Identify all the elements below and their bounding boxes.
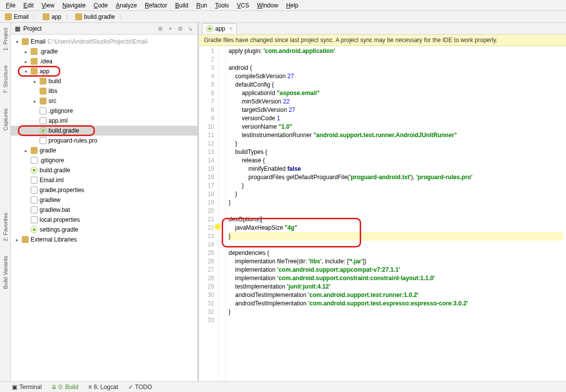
tree-item-app-iml[interactable]: app.iml: [11, 116, 197, 126]
tree-item-build[interactable]: ▸build: [11, 76, 197, 86]
tool-build[interactable]: ⇊ 0: Build: [51, 384, 78, 391]
folder-icon: [40, 88, 47, 95]
bottom-toolbar: ▣ Terminal ⇊ 0: Build ≡ 6: Logcat ✓ TODO: [0, 381, 566, 392]
expand-arrow-icon[interactable]: ▸: [23, 49, 29, 54]
file-icon: [31, 187, 38, 194]
menu-run[interactable]: Run: [192, 1, 211, 9]
tool-favorites[interactable]: 2: Favorites: [2, 213, 8, 241]
menu-code[interactable]: Code: [90, 1, 112, 9]
tree-item--gitignore[interactable]: .gitignore: [11, 106, 197, 116]
tree-item-settings-gradle[interactable]: settings.gradle: [11, 225, 197, 235]
file-icon: [40, 107, 47, 114]
menu-file[interactable]: File: [2, 1, 19, 9]
hide-icon[interactable]: ↘: [187, 25, 193, 32]
tree-label: .gitignore: [40, 157, 64, 164]
menu-vcs[interactable]: VCS: [233, 1, 253, 9]
breadcrumb-app[interactable]: app: [40, 13, 64, 20]
tool-todo[interactable]: ✓ TODO: [128, 384, 152, 391]
folder-icon: [31, 68, 38, 75]
close-tab-icon[interactable]: ×: [229, 25, 233, 32]
tree-item-app[interactable]: ▾app: [11, 66, 197, 76]
sync-banner[interactable]: Gradle files have changed since last pro…: [199, 35, 566, 46]
tool-logcat[interactable]: ≡ 6: Logcat: [88, 384, 118, 391]
breadcrumb-build-gradle[interactable]: build.gradle: [72, 13, 118, 20]
collapse-all-icon[interactable]: ⊕: [157, 25, 164, 32]
file-icon: [40, 117, 47, 124]
tree-label: build: [48, 78, 61, 85]
menu-analyze[interactable]: Analyze: [112, 1, 141, 9]
tool-build-variants[interactable]: Build Variants: [2, 256, 8, 289]
menu-window[interactable]: Window: [253, 1, 282, 9]
tree-item-external-libraries[interactable]: ▸External Libraries: [11, 235, 197, 245]
project-tree[interactable]: ▾Email C:\Users\AndroidStudioProjects\Em…: [11, 35, 197, 381]
left-tool-rail: 1: Project 7: Structure Captures: [0, 23, 11, 381]
expand-arrow-icon[interactable]: ▸: [32, 98, 38, 104]
gear-icon[interactable]: ⚙: [177, 25, 184, 32]
tool-structure[interactable]: 7: Structure: [2, 65, 8, 94]
lightbulb-icon[interactable]: [215, 224, 221, 230]
chevron-right-icon: 〉: [65, 12, 71, 21]
menu-navigate[interactable]: Navigate: [58, 1, 90, 9]
tree-label: gradlew.bat: [40, 206, 70, 213]
tree-label: build.gradle: [40, 167, 70, 174]
lib-icon: [22, 236, 29, 243]
tool-captures[interactable]: Captures: [2, 108, 8, 131]
menu-build[interactable]: Build: [171, 1, 192, 9]
tree-item-gradle[interactable]: ▸gradle: [11, 146, 197, 155]
menu-help[interactable]: Help: [282, 1, 302, 9]
tree-item-build-gradle[interactable]: build.gradle: [11, 126, 197, 136]
tree-item-local-properties[interactable]: local.properties: [11, 215, 197, 225]
expand-arrow-icon[interactable]: ▸: [23, 148, 29, 153]
tree-label: src: [48, 98, 56, 104]
tree-item--gitignore[interactable]: .gitignore: [11, 155, 197, 165]
menu-view[interactable]: View: [38, 1, 58, 9]
project-pane-header: ▦ Project ⊕ ⌖ ⚙ ↘: [11, 23, 197, 35]
tree-item-gradle-properties[interactable]: gradle.properties: [11, 185, 197, 195]
tree-item-libs[interactable]: libs: [11, 86, 197, 96]
code-area[interactable]: apply plugin: 'com.android.application' …: [226, 46, 566, 381]
editor-tab-app[interactable]: app ×: [202, 23, 237, 34]
tree-item-build-gradle[interactable]: build.gradle: [11, 165, 197, 175]
expand-arrow-icon[interactable]: ▾: [14, 39, 20, 45]
folder-icon: [31, 147, 38, 154]
folder-icon: [31, 48, 38, 55]
tree-item-email[interactable]: ▾Email C:\Users\AndroidStudioProjects\Em…: [11, 37, 197, 47]
folder-icon: [43, 13, 49, 20]
menubar: FileEditViewNavigateCodeAnalyzeRefactorB…: [0, 0, 566, 11]
tree-label: libs: [48, 88, 57, 95]
expand-arrow-icon[interactable]: ▾: [23, 69, 29, 74]
tree-label: gradle.properties: [40, 187, 84, 194]
folder-icon: [40, 78, 47, 85]
folder-icon: [5, 13, 12, 20]
tree-label: .idea: [40, 58, 52, 65]
expand-arrow-icon[interactable]: ▸: [32, 79, 38, 84]
code-editor[interactable]: 1234567891011121314151617181920212223242…: [199, 46, 566, 381]
menu-refactor[interactable]: Refactor: [141, 1, 171, 9]
tree-item--idea[interactable]: ▸.idea: [11, 56, 197, 66]
editor-pane: app × Gradle files have changed since la…: [199, 23, 566, 381]
tree-label: gradle: [40, 147, 56, 154]
tree-path: C:\Users\AndroidStudioProjects\Email: [47, 38, 147, 45]
scroll-from-source-icon[interactable]: ⌖: [167, 25, 174, 32]
expand-arrow-icon[interactable]: ▸: [23, 59, 29, 64]
project-pane-title[interactable]: Project: [23, 25, 154, 32]
expand-arrow-icon[interactable]: ▸: [14, 237, 20, 243]
tree-item-gradlew[interactable]: gradlew: [11, 195, 197, 205]
menu-edit[interactable]: Edit: [19, 1, 38, 9]
tree-item-proguard-rules-pro[interactable]: proguard-rules.pro: [11, 136, 197, 146]
menu-tools[interactable]: Tools: [211, 1, 233, 9]
editor-tab-label: app: [215, 25, 225, 32]
tree-label: app.iml: [48, 117, 68, 124]
tree-item-gradlew-bat[interactable]: gradlew.bat: [11, 205, 197, 215]
tool-terminal[interactable]: ▣ Terminal: [12, 384, 42, 391]
file-icon: [31, 157, 38, 164]
tree-item-src[interactable]: ▸src: [11, 96, 197, 106]
tool-project[interactable]: 1: Project: [2, 28, 8, 50]
tree-item--gradle[interactable]: ▸.gradle: [11, 47, 197, 56]
fold-gutter[interactable]: [219, 46, 226, 381]
tree-item-email-iml[interactable]: Email.iml: [11, 175, 197, 185]
tree-label: Email: [31, 38, 46, 45]
project-view-icon: ▦: [15, 25, 20, 32]
tree-label: app: [40, 68, 49, 75]
breadcrumb-email[interactable]: Email: [2, 13, 32, 20]
